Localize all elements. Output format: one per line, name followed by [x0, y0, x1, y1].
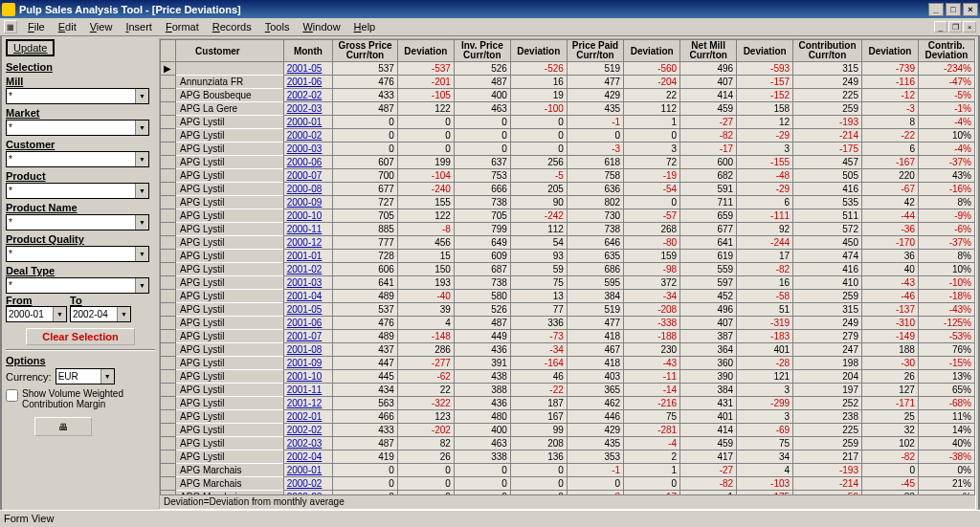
row-selector[interactable]: [161, 290, 176, 303]
update-button[interactable]: Update: [6, 39, 55, 56]
market-combo[interactable]: ▼: [6, 120, 149, 136]
row-selector[interactable]: [161, 236, 176, 250]
from-combo[interactable]: ▼: [6, 306, 67, 322]
product-input[interactable]: [7, 184, 135, 198]
mdi-restore[interactable]: ❐: [948, 21, 962, 33]
column-header[interactable]: Deviation: [510, 40, 567, 62]
to-combo[interactable]: ▼: [70, 306, 131, 322]
month-cell[interactable]: 2000-01: [283, 116, 332, 129]
chevron-down-icon[interactable]: ▼: [53, 307, 66, 321]
row-selector[interactable]: [161, 76, 176, 89]
row-selector[interactable]: [161, 183, 176, 196]
month-cell[interactable]: 2001-01: [283, 250, 332, 263]
month-cell[interactable]: 2000-06: [283, 156, 332, 169]
chevron-down-icon[interactable]: ▼: [135, 184, 148, 198]
menu-insert[interactable]: Insert: [119, 19, 159, 34]
maximize-button[interactable]: □: [946, 3, 961, 16]
row-selector[interactable]: [161, 102, 176, 116]
mdi-icon[interactable]: ▦: [4, 20, 17, 33]
month-cell[interactable]: 2001-05: [283, 62, 332, 76]
chevron-down-icon[interactable]: ▼: [135, 247, 148, 261]
month-cell[interactable]: 2000-02: [283, 477, 332, 491]
row-selector[interactable]: [161, 491, 176, 495]
month-cell[interactable]: 2000-03: [283, 491, 332, 495]
menu-format[interactable]: Format: [159, 19, 206, 34]
month-cell[interactable]: 2000-07: [283, 169, 332, 183]
month-cell[interactable]: 2000-03: [283, 143, 332, 156]
month-cell[interactable]: 2001-12: [283, 397, 332, 410]
column-header[interactable]: Price PaidCurr/ton: [567, 40, 623, 62]
row-selector[interactable]: [161, 89, 176, 102]
table-row[interactable]: APG Lystil2000-07700-104753-5758-19682-4…: [161, 169, 975, 183]
month-cell[interactable]: 2001-03: [283, 276, 332, 290]
row-selector[interactable]: [161, 437, 176, 450]
table-row[interactable]: APG Lystil2001-12563-322436187462-216431…: [161, 397, 975, 410]
menu-edit[interactable]: Edit: [52, 19, 83, 34]
column-header[interactable]: Deviation: [397, 40, 454, 62]
month-cell[interactable]: 2002-03: [283, 102, 332, 116]
row-selector[interactable]: [161, 370, 176, 384]
column-header[interactable]: Deviation: [624, 40, 680, 62]
month-cell[interactable]: 2001-06: [283, 76, 332, 89]
row-selector[interactable]: [161, 263, 176, 276]
mdi-close[interactable]: ×: [963, 21, 976, 33]
chevron-down-icon[interactable]: ▼: [135, 152, 148, 166]
row-selector[interactable]: [161, 223, 176, 236]
currency-input[interactable]: [56, 369, 100, 384]
mill-input[interactable]: [7, 89, 135, 103]
clear-selection-button[interactable]: Clear Selection: [26, 328, 134, 345]
table-row[interactable]: Annunziata FR2001-06476-20148716477-2044…: [161, 76, 975, 89]
menu-view[interactable]: View: [83, 19, 120, 34]
row-selector[interactable]: [161, 156, 176, 169]
column-header[interactable]: Net MillCurr/ton: [680, 40, 737, 62]
from-input[interactable]: [7, 307, 53, 321]
table-row[interactable]: APG Lystil2000-08677-240666205636-54591-…: [161, 183, 975, 196]
table-row[interactable]: APG Lystil2000-0972715573890802071165354…: [161, 196, 975, 209]
table-row[interactable]: APG Lystil2001-04489-4058013384-34452-58…: [161, 290, 975, 303]
menu-tools[interactable]: Tools: [258, 19, 297, 34]
column-header[interactable]: Customer: [176, 40, 284, 62]
to-input[interactable]: [71, 307, 117, 321]
product-name-combo[interactable]: ▼: [6, 214, 149, 231]
row-selector[interactable]: [161, 143, 176, 156]
row-selector[interactable]: [161, 384, 176, 397]
row-selector[interactable]: ▶: [161, 62, 176, 76]
month-cell[interactable]: 2001-11: [283, 384, 332, 397]
row-selector[interactable]: [161, 410, 176, 424]
month-cell[interactable]: 2001-06: [283, 317, 332, 330]
table-row[interactable]: APG Lystil2002-0441926338136353241734217…: [161, 450, 975, 464]
product-name-input[interactable]: [7, 215, 135, 230]
month-cell[interactable]: 2000-02: [283, 129, 332, 143]
row-selector[interactable]: [161, 357, 176, 370]
price-deviation-table[interactable]: CustomerMonthGross PriceCurr/tonDeviatio…: [160, 39, 975, 494]
currency-combo[interactable]: ▼: [56, 368, 115, 384]
table-row[interactable]: APG Marchais2000-030000-3-171-175-5933%: [161, 491, 975, 495]
column-header[interactable]: Month: [283, 40, 332, 62]
mdi-minimize[interactable]: _: [934, 21, 947, 33]
row-selector-header[interactable]: [161, 40, 176, 62]
table-row[interactable]: APG Lystil2000-0660719963725661872600-15…: [161, 156, 975, 169]
table-row[interactable]: APG Lystil2000-010000-11-2712-1938-4%: [161, 116, 975, 129]
month-cell[interactable]: 2000-09: [283, 196, 332, 209]
table-row[interactable]: APG Lystil2001-064764487336477-338407-31…: [161, 317, 975, 330]
table-row[interactable]: APG Marchais2000-010000-11-274-19300%: [161, 464, 975, 477]
table-row[interactable]: APG Marchais2000-02000000-82-103-214-452…: [161, 477, 975, 491]
chevron-down-icon[interactable]: ▼: [135, 121, 148, 135]
month-cell[interactable]: 2002-02: [283, 89, 332, 102]
chevron-down-icon[interactable]: ▼: [117, 307, 130, 321]
month-cell[interactable]: 2000-10: [283, 209, 332, 223]
column-header[interactable]: Inv. PriceCurr/ton: [454, 40, 510, 62]
table-row[interactable]: APG Lystil2001-0172815609936351596191747…: [161, 250, 975, 263]
column-header[interactable]: Gross PriceCurr/ton: [333, 40, 398, 62]
table-row[interactable]: APG Lystil2001-055373952677519-208496513…: [161, 303, 975, 317]
row-selector[interactable]: [161, 330, 176, 343]
row-selector[interactable]: [161, 317, 176, 330]
mill-combo[interactable]: ▼: [6, 88, 149, 104]
table-row[interactable]: APG Lystil2002-0146612348016744675401323…: [161, 410, 975, 424]
table-row[interactable]: APG Lystil2000-02000000-82-29-214-2210%: [161, 129, 975, 143]
table-row[interactable]: APG Lystil2000-11885-8799112738268677925…: [161, 223, 975, 236]
row-selector[interactable]: [161, 397, 176, 410]
table-row[interactable]: APG Lystil2000-10705122705-242730-57659-…: [161, 209, 975, 223]
table-row[interactable]: APG Lystil2000-030000-33-173-1756-4%: [161, 143, 975, 156]
row-selector[interactable]: [161, 464, 176, 477]
